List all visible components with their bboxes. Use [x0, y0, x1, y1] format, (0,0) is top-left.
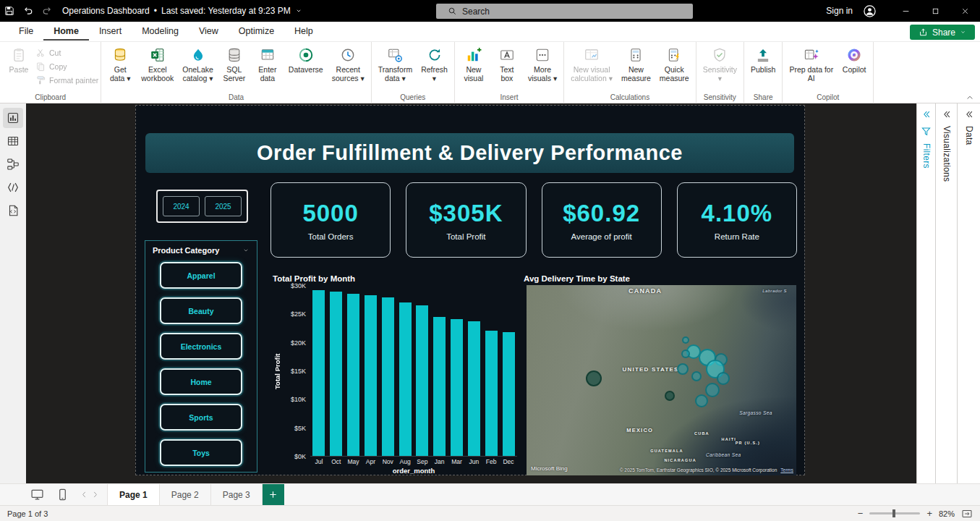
bar-sep[interactable] — [416, 305, 428, 456]
map-surface[interactable]: Microsoft Bing © 2025 TomTom, Earthstar … — [527, 285, 796, 475]
bar-chart-visual[interactable]: Total Profit by Month Total Profit $30K$… — [273, 274, 519, 475]
report-page[interactable]: Order Fulfillment & Delivery Performance… — [135, 105, 805, 475]
ribbon-button-new-visual-calculation[interactable]: New visualcalculation ▾ — [566, 44, 617, 83]
ribbon-button-onelake-catalog[interactable]: OneLakecatalog ▾ — [178, 44, 218, 83]
zoom-in-button[interactable]: + — [926, 508, 932, 519]
bar-feb[interactable] — [485, 331, 498, 456]
bar-jul[interactable] — [312, 290, 325, 456]
category-button-home[interactable]: Home — [160, 368, 242, 395]
map-visual[interactable]: Avg Delivery Time by State Microsoft Bin… — [524, 274, 796, 475]
page-tab-page-1[interactable]: Page 1 — [107, 484, 160, 505]
map-bubble[interactable] — [681, 350, 690, 358]
terms-link[interactable]: Terms — [780, 467, 793, 473]
ribbon-button-quick-measure[interactable]: Quickmeasure — [655, 44, 694, 83]
ribbon-button-format-painter[interactable]: Format painter — [35, 75, 98, 85]
year-option-2024[interactable]: 2024 — [163, 196, 200, 216]
model-view-button[interactable] — [3, 154, 23, 174]
search-box[interactable]: Search — [436, 4, 693, 19]
category-button-sports[interactable]: Sports — [160, 404, 242, 431]
ribbon-button-get-data[interactable]: Getdata ▾ — [103, 44, 137, 83]
mobile-layout-icon[interactable] — [56, 488, 69, 501]
maximize-button[interactable] — [921, 0, 950, 22]
report-title-banner[interactable]: Order Fulfillment & Delivery Performance — [145, 133, 794, 173]
page-tab-page-3[interactable]: Page 3 — [211, 484, 263, 505]
collapse-ribbon-button[interactable] — [964, 93, 976, 102]
expand-pane-icon[interactable] — [921, 109, 932, 119]
tmdl-view-button[interactable] — [3, 200, 23, 221]
menu-tab-modeling[interactable]: Modeling — [132, 23, 189, 41]
map-bubble[interactable] — [691, 371, 702, 381]
ribbon-button-copilot[interactable]: Copilot — [838, 44, 871, 74]
ribbon-button-excel-workbook[interactable]: Excelworkbook — [137, 44, 178, 83]
map-bubble[interactable] — [682, 336, 689, 344]
kpi-card-total-profit[interactable]: $305KTotal Profit — [406, 182, 526, 258]
close-button[interactable] — [950, 0, 980, 22]
visualizations-pane[interactable]: Visualizations — [935, 103, 957, 483]
ribbon-button-transform-data[interactable]: Transformdata ▾ — [374, 44, 417, 83]
map-bubble[interactable] — [665, 391, 675, 401]
page-tab-page-2[interactable]: Page 2 — [160, 484, 211, 505]
bar-aug[interactable] — [399, 302, 412, 456]
bar-jan[interactable] — [433, 317, 446, 456]
bar-jun[interactable] — [468, 321, 480, 456]
category-button-electronics[interactable]: Electronics — [160, 333, 242, 360]
map-bubble[interactable] — [677, 363, 689, 375]
zoom-slider-thumb[interactable] — [892, 509, 895, 517]
table-view-button[interactable] — [3, 131, 23, 151]
next-page-arrow[interactable] — [90, 490, 100, 499]
ribbon-button-more-visuals[interactable]: Morevisuals ▾ — [524, 44, 561, 83]
map-bubble[interactable] — [586, 370, 602, 386]
map-bubble[interactable] — [705, 383, 720, 397]
menu-tab-help[interactable]: Help — [284, 23, 323, 41]
document-title-area[interactable]: Operations Dashboard • Last saved: Yeste… — [62, 6, 302, 16]
filters-pane[interactable]: Filters — [916, 103, 935, 483]
bar-apr[interactable] — [365, 295, 377, 456]
ribbon-button-new-measure[interactable]: Newmeasure — [617, 44, 655, 83]
expand-pane-icon[interactable] — [942, 109, 952, 119]
fit-to-page-button[interactable] — [961, 508, 973, 520]
bar-may[interactable] — [347, 294, 359, 456]
ribbon-button-paste[interactable]: Paste — [2, 44, 35, 74]
category-button-toys[interactable]: Toys — [160, 439, 242, 466]
map-bubble[interactable] — [695, 394, 708, 407]
add-page-button[interactable] — [263, 484, 284, 505]
menu-tab-file[interactable]: File — [9, 23, 43, 41]
bar-mar[interactable] — [451, 319, 463, 456]
menu-tab-view[interactable]: View — [189, 23, 229, 41]
ribbon-button-enter-data[interactable]: Enterdata — [251, 44, 284, 83]
bar-oct[interactable] — [330, 292, 342, 456]
previous-page-arrow[interactable] — [80, 490, 89, 499]
ribbon-button-recent-sources[interactable]: Recentsources ▾ — [328, 44, 369, 83]
ribbon-button-sensitivity[interactable]: Sensitivity▾ — [699, 44, 741, 83]
ribbon-button-copy[interactable]: Copy — [35, 62, 98, 72]
menu-tab-optimize[interactable]: Optimize — [229, 23, 284, 41]
map-bubble[interactable] — [717, 372, 730, 385]
desktop-layout-icon[interactable] — [30, 488, 44, 501]
ribbon-button-refresh[interactable]: Refresh▾ — [417, 44, 452, 83]
expand-pane-icon[interactable] — [964, 109, 974, 119]
menu-tab-home[interactable]: Home — [43, 23, 89, 41]
zoom-slider[interactable] — [869, 512, 920, 514]
redo-button[interactable] — [38, 2, 56, 20]
dax-query-view-button[interactable] — [3, 177, 23, 198]
bar-nov[interactable] — [382, 297, 394, 456]
menu-tab-insert[interactable]: Insert — [89, 23, 132, 41]
ribbon-button-text-box[interactable]: Textbox — [490, 44, 524, 83]
category-slicer-header[interactable]: Product Category — [153, 246, 250, 255]
report-view-button[interactable] — [3, 108, 23, 128]
kpi-card-return-rate[interactable]: 4.10%Return Rate — [677, 182, 797, 258]
ribbon-button-dataverse[interactable]: Dataverse — [284, 44, 328, 74]
data-pane[interactable]: Data — [957, 103, 980, 483]
year-option-2025[interactable]: 2025 — [205, 196, 242, 216]
undo-button[interactable] — [19, 2, 38, 20]
kpi-card-average-of-profit[interactable]: $60.92Average of profit — [542, 182, 662, 258]
kpi-card-total-orders[interactable]: 5000Total Orders — [270, 182, 391, 258]
bar-dec[interactable] — [503, 332, 515, 456]
ribbon-button-sql-server[interactable]: SQLServer — [218, 44, 251, 83]
ribbon-button-new-visual[interactable]: Newvisual — [457, 44, 490, 83]
sign-in-link[interactable]: Sign in — [826, 6, 853, 16]
category-button-apparel[interactable]: Apparel — [160, 262, 242, 289]
share-button[interactable]: Share — [910, 25, 975, 40]
ribbon-button-cut[interactable]: Cut — [35, 48, 98, 58]
category-button-beauty[interactable]: Beauty — [160, 297, 242, 324]
